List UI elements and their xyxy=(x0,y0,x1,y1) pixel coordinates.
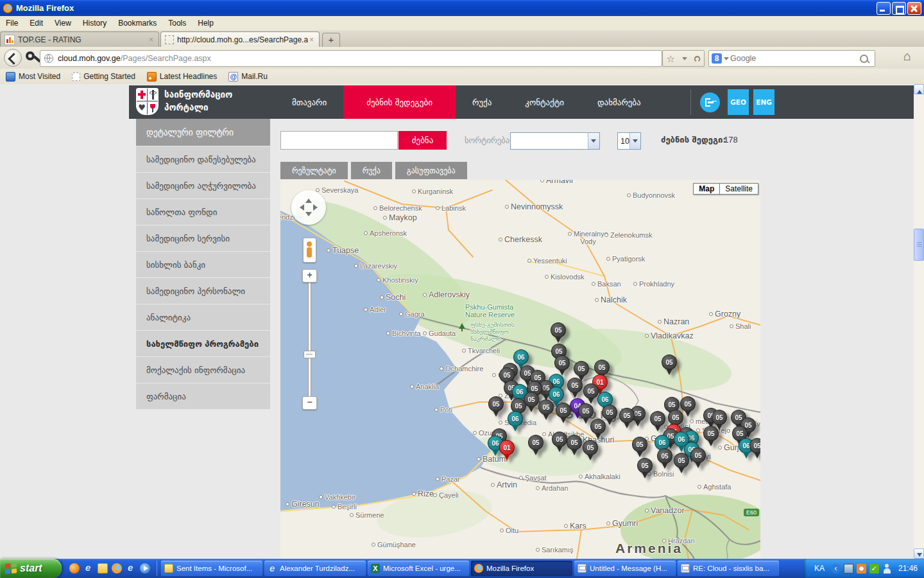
sidebar-item[interactable]: მოქალაქის ინფორმაცია xyxy=(136,357,270,383)
menu-item[interactable]: Edit xyxy=(24,17,49,30)
engine-dropdown-icon[interactable] xyxy=(724,57,729,63)
result-tab[interactable]: გასუფთავება xyxy=(395,162,467,179)
site-nav-item[interactable]: დახმარება xyxy=(581,85,658,119)
pan-up-icon[interactable] xyxy=(305,195,312,203)
menu-item[interactable]: View xyxy=(49,17,77,30)
site-search-input[interactable] xyxy=(280,131,398,150)
map-marker[interactable]: 05 xyxy=(661,355,678,376)
zoom-slider-handle[interactable] xyxy=(304,351,316,358)
quick-launch-icon[interactable] xyxy=(98,563,108,574)
web-search-input[interactable] xyxy=(729,53,860,64)
sidebar-item[interactable]: სახელმწიფო პროგრამები xyxy=(136,331,270,356)
tray-icon[interactable] xyxy=(844,564,853,574)
map-type-satellite-button[interactable]: Satellite xyxy=(720,183,758,195)
site-nav-item[interactable]: ძებნის შედეგები xyxy=(343,85,456,119)
language-button[interactable]: ENG xyxy=(753,89,774,115)
back-button[interactable] xyxy=(4,49,22,67)
pan-down-icon[interactable] xyxy=(305,212,312,220)
restore-button[interactable] xyxy=(892,2,906,15)
street-view-pegman[interactable] xyxy=(303,238,316,263)
pan-left-icon[interactable] xyxy=(296,204,304,211)
map-marker[interactable]: 05 xyxy=(566,435,583,457)
zoom-slider-track[interactable] xyxy=(308,281,311,398)
site-nav-item[interactable]: რუქა xyxy=(456,85,508,119)
map-marker[interactable]: 05 xyxy=(538,399,554,421)
scroll-down-icon[interactable] xyxy=(914,548,924,559)
map-marker[interactable]: 05 xyxy=(637,458,653,480)
pan-right-icon[interactable] xyxy=(313,204,321,211)
quick-launch-icon[interactable] xyxy=(112,563,122,574)
map-type-map-button[interactable]: Map xyxy=(693,183,720,195)
menu-item[interactable]: Bookmarks xyxy=(112,17,162,30)
result-tab[interactable]: რუქა xyxy=(351,162,392,179)
map-marker[interactable]: 05 xyxy=(582,440,599,462)
search-button[interactable]: ძებნა xyxy=(398,131,447,150)
site-nav-item[interactable]: კონტაქტი xyxy=(508,85,581,119)
quick-launch-icon[interactable] xyxy=(126,563,136,574)
map-marker[interactable]: 05 xyxy=(656,448,673,470)
forward-key-icon[interactable] xyxy=(26,51,35,60)
map-canvas[interactable]: Severskaya Kurganinsk Armavir Budyonnovs… xyxy=(280,180,760,559)
map-marker[interactable]: 05 xyxy=(703,426,719,448)
scroll-up-icon[interactable] xyxy=(914,84,924,94)
map-marker[interactable]: 05 xyxy=(749,438,760,460)
menu-item[interactable]: Tools xyxy=(162,17,192,30)
result-tab[interactable]: რეზულტატი xyxy=(280,162,348,179)
new-tab-button[interactable] xyxy=(322,33,340,48)
minimize-button[interactable] xyxy=(877,2,891,15)
tab-close-icon[interactable] xyxy=(148,35,155,44)
map-marker[interactable]: 05 xyxy=(631,437,648,459)
sidebar-item[interactable]: სისხლის ბანკი xyxy=(136,252,270,277)
task-button[interactable]: Mozilla Firefox xyxy=(471,561,572,576)
pagesize-select[interactable]: 10 xyxy=(617,132,641,150)
menu-item[interactable]: History xyxy=(77,17,112,30)
reload-icon[interactable] xyxy=(694,54,700,64)
google-logo-icon[interactable] xyxy=(712,53,722,64)
magnifier-icon[interactable] xyxy=(860,55,868,63)
tray-icon[interactable] xyxy=(857,564,866,574)
home-button[interactable] xyxy=(903,49,911,64)
tab-close-icon[interactable] xyxy=(308,35,315,44)
bookmark-star-icon[interactable] xyxy=(667,54,675,64)
map-marker[interactable]: 05 xyxy=(619,408,635,430)
map-marker[interactable]: 05 xyxy=(590,419,606,441)
vertical-scrollbar[interactable] xyxy=(914,84,924,559)
task-button[interactable]: Untitled - Message (H... xyxy=(574,561,676,576)
search-bar[interactable] xyxy=(708,50,875,67)
start-button[interactable]: start xyxy=(0,559,62,578)
menu-item[interactable]: File xyxy=(0,17,24,30)
sidebar-item[interactable]: ანალიტიკა xyxy=(136,304,270,330)
sidebar-item[interactable]: დეტალური ფილტრი xyxy=(136,119,270,146)
sidebar-item[interactable]: საწოლთა ფონდი xyxy=(136,199,270,225)
map-marker[interactable]: 05 xyxy=(555,403,572,425)
sidebar-item[interactable]: ფარმაცია xyxy=(136,383,270,409)
bookmark-item[interactable]: Latest Headlines xyxy=(141,72,223,82)
quick-launch-icon[interactable] xyxy=(83,563,94,574)
bookmark-item[interactable]: Getting Started xyxy=(66,72,141,81)
site-nav-item[interactable]: მთავარი xyxy=(275,85,343,119)
task-button[interactable]: Sent Items - Microsof... xyxy=(161,561,262,576)
map-marker[interactable]: 05 xyxy=(527,435,544,457)
tray-icon[interactable] xyxy=(869,564,879,574)
close-button[interactable] xyxy=(907,2,921,15)
map-marker[interactable]: 01 xyxy=(499,440,515,462)
sidebar-item[interactable]: სამედიცინო დაწესებულება xyxy=(136,146,270,172)
zoom-in-button[interactable] xyxy=(302,269,317,283)
sort-select[interactable] xyxy=(510,132,600,150)
tray-icon[interactable] xyxy=(831,564,841,574)
map-marker[interactable]: 05 xyxy=(488,396,504,418)
tab-topge[interactable]: TOP.GE - RATING xyxy=(0,31,159,47)
language-indicator[interactable]: KA xyxy=(812,564,827,573)
site-brand[interactable]: საინფორმაციო პორტალი xyxy=(136,88,232,115)
map-marker[interactable]: 05 xyxy=(673,453,690,475)
tab-searchpage[interactable]: http://cloud.moh.go...es/SearchPage.aspx xyxy=(160,31,320,47)
select-arrow-icon[interactable] xyxy=(629,133,640,149)
sidebar-item[interactable]: სამედიცინო პერსონალი xyxy=(136,278,270,304)
language-button[interactable]: GEO xyxy=(728,89,749,115)
task-button[interactable]: Alexander Turdziladz... xyxy=(264,561,366,576)
scrollbar-thumb[interactable] xyxy=(914,229,924,261)
map-pan-control[interactable] xyxy=(291,190,326,225)
logout-icon[interactable] xyxy=(700,92,720,112)
sidebar-item[interactable]: სამედიცინო სერვისი xyxy=(136,225,270,251)
url-bar[interactable]: cloud.moh.gov.ge/Pages/SearchPage.aspx xyxy=(40,50,662,67)
